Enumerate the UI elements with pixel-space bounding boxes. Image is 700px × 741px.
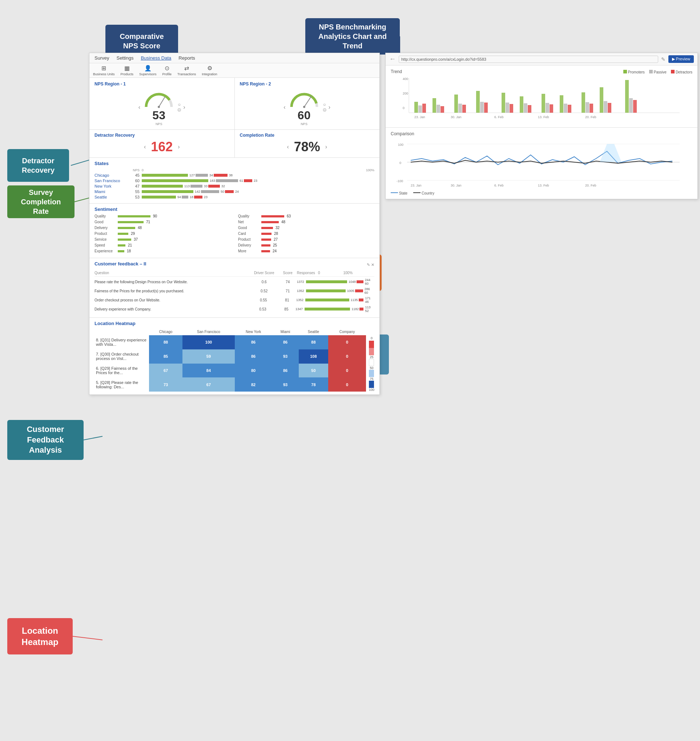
tool-integration[interactable]: ⚙ Integration	[202, 65, 217, 76]
svg-rect-22	[441, 106, 444, 113]
svg-rect-20	[432, 98, 436, 113]
region-2-title: NPS Region - 2	[240, 81, 375, 87]
svg-rect-18	[418, 105, 422, 113]
svg-rect-26	[476, 91, 480, 113]
trend-legend: Promoters Passive Detractors	[623, 70, 693, 74]
comparison-section: Comparison 100 0 -100 23. Jan 30. Jan 6.…	[385, 128, 697, 199]
svg-rect-44	[600, 87, 603, 113]
svg-rect-39	[564, 104, 567, 113]
supervisors-icon: 👤	[144, 65, 151, 72]
gauge-1-next[interactable]: ›	[183, 104, 185, 110]
sentiment-section: Sentiment Quality 90 Good 71 Delivery 48	[90, 203, 379, 258]
nav-survey[interactable]: Survey	[94, 55, 109, 61]
nps-region-1: NPS Region - 1 ‹ 53 NPS ☺ ☹	[90, 78, 235, 130]
completion-prev[interactable]: ‹	[287, 144, 288, 150]
state-miami: Miami 55 142 50 24	[94, 189, 374, 194]
sentiment-left-col: Quality 90 Good 71 Delivery 48 Product	[94, 214, 231, 255]
sent-good: Good 71	[94, 220, 231, 224]
state-chicago: Chicago 45 127 34 38	[94, 173, 374, 177]
completion-title: Completion Rate	[240, 133, 375, 138]
trend-title: Trend	[391, 69, 402, 74]
tool-products[interactable]: ▦ Products	[121, 65, 134, 76]
gauge-1-wrap: 53 NPS	[143, 89, 175, 126]
svg-text:200: 200	[403, 91, 408, 95]
heatmap-title: Location Heatmap	[94, 321, 374, 326]
svg-text:6. Feb: 6. Feb	[494, 115, 504, 119]
svg-rect-47	[625, 80, 629, 113]
svg-text:6. Feb: 6. Feb	[494, 184, 504, 187]
detractor-next[interactable]: ›	[178, 144, 179, 150]
sent-delivery-left: Delivery 48	[94, 226, 231, 230]
right-panel: ← http://cx.questionpro.com/a/cxLogin.do…	[385, 53, 698, 199]
completion-value: 78%	[294, 139, 320, 155]
business-units-icon: ⊞	[101, 65, 106, 72]
completion-value-row: ‹ 78% ›	[240, 139, 375, 155]
svg-rect-40	[568, 105, 571, 113]
tool-transactions[interactable]: ⇄ Transactions	[177, 65, 196, 76]
heatmap-row-4: 5. [Q28] Please rate the following: Des.…	[94, 377, 366, 392]
tool-supervisors[interactable]: 👤 Supervisors	[139, 65, 157, 76]
metrics-row: Detractor Recovery ‹ 162 › Completion Ra…	[90, 130, 379, 158]
svg-rect-49	[633, 100, 637, 113]
trend-section: Trend Promoters Passive Detractors 400 2…	[385, 65, 697, 128]
detractor-title: Detractor Recovery	[94, 133, 229, 138]
label-detractor-recovery: DetractorRecovery	[7, 149, 69, 182]
gauge-2-label: NPS	[301, 122, 307, 126]
gauge-1-container: ‹ 53 NPS ☺ ☹ ›	[94, 89, 229, 126]
dashboard-panel: Survey Settings Business Data Reports ⊞ …	[89, 53, 380, 395]
toolbar: ⊞ Business Units ▦ Products 👤 Supervisor…	[90, 63, 379, 78]
detractor-prev[interactable]: ‹	[144, 144, 146, 150]
tool-business-units[interactable]: ⊞ Business Units	[93, 65, 115, 76]
completion-next[interactable]: ›	[325, 144, 327, 150]
sent-more: More 24	[238, 249, 374, 253]
label-customer-feedback: CustomerFeedback Analysis	[7, 420, 84, 460]
svg-text:400: 400	[403, 77, 408, 81]
svg-rect-46	[608, 103, 611, 113]
sent-speed: Speed 21	[94, 243, 231, 247]
sent-quality-right: Quality 63	[238, 214, 374, 218]
feedback-header: Question Driver Score Score Responses 0 …	[94, 271, 374, 277]
svg-line-7	[73, 636, 103, 640]
svg-rect-34	[528, 105, 531, 113]
gauge-2-container: ‹ 60 NPS ☺ ☹ ›	[240, 89, 375, 126]
nav-bar: Survey Settings Business Data Reports	[90, 53, 379, 63]
svg-rect-45	[604, 101, 607, 113]
sent-quality-left: Quality 90	[94, 214, 231, 218]
completion-rate-box: Completion Rate ‹ 78% ›	[235, 130, 380, 158]
svg-rect-28	[484, 103, 488, 113]
svg-rect-37	[550, 105, 553, 113]
svg-text:23. Jan: 23. Jan	[414, 115, 425, 119]
label-nps-benchmarking: NPS BenchmarkingAnalytics Chart and Tren…	[305, 18, 400, 55]
states-title: States	[94, 161, 374, 166]
comparison-chart-svg: 100 0 -100 23. Jan 30. Jan 6. Feb 13. Fe…	[391, 138, 693, 189]
gauge-2-next[interactable]: ›	[329, 104, 330, 110]
nav-settings[interactable]: Settings	[116, 55, 133, 61]
tool-profile[interactable]: ⊙ Profile	[162, 65, 172, 76]
svg-line-6	[84, 436, 103, 440]
svg-rect-30	[506, 103, 509, 113]
address-bar: ← http://cx.questionpro.com/a/cxLogin.do…	[385, 53, 697, 65]
nps-regions-row: NPS Region - 1 ‹ 53 NPS ☺ ☹	[90, 78, 379, 130]
svg-text:23. Jan: 23. Jan	[411, 184, 422, 187]
svg-text:20. Feb: 20. Feb	[585, 184, 596, 187]
svg-line-9	[159, 97, 165, 107]
sentiment-cols: Quality 90 Good 71 Delivery 48 Product	[94, 214, 374, 255]
nav-business-data[interactable]: Business Data	[141, 55, 171, 61]
back-button[interactable]: ←	[389, 55, 396, 63]
region-1-title: NPS Region - 1	[94, 81, 229, 87]
svg-rect-27	[480, 102, 484, 113]
url-display: http://cx.questionpro.com/a/cxLogin.do?i…	[399, 56, 658, 63]
sentiment-title: Sentiment	[94, 206, 374, 212]
integration-icon: ⚙	[207, 65, 212, 72]
gauge-2-prev[interactable]: ‹	[284, 104, 285, 110]
gauge-1-prev[interactable]: ‹	[138, 104, 140, 110]
edit-url-button[interactable]: ✎	[661, 56, 665, 62]
svg-rect-23	[454, 94, 458, 113]
svg-text:100: 100	[398, 143, 403, 147]
sent-service: Service 37	[94, 237, 231, 242]
preview-button[interactable]: ▶ Preview	[668, 55, 694, 63]
gauge-2-wrap: 60 NPS	[288, 89, 321, 126]
nav-reports[interactable]: Reports	[178, 55, 195, 61]
label-survey-completion: Survey CompletionRate	[7, 186, 75, 218]
svg-text:13. Feb: 13. Feb	[538, 184, 549, 187]
